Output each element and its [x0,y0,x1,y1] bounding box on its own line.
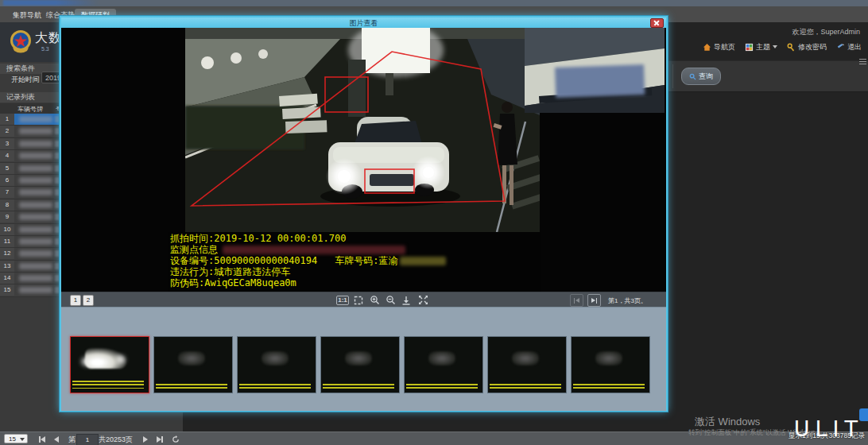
masked-plate-cell [19,238,52,245]
corner-shortcut-icon[interactable] [859,408,868,421]
masked-plate-cell [19,177,52,184]
violation-type-text: 违法行为:城市道路违法停车 [170,266,290,277]
vehicle-blob [595,351,622,366]
masked-plate-cell [19,153,52,159]
masked-plate-cell [19,226,52,233]
thumbnail[interactable] [237,336,316,393]
first-page-icon[interactable] [570,294,583,307]
last-page-icon[interactable] [587,294,601,307]
thumbnail[interactable] [320,336,400,393]
vehicle-blob [512,351,539,366]
thumbnail[interactable] [70,336,149,393]
masked-plate-cell [19,189,52,195]
thumbnail[interactable] [571,336,650,393]
row-number: 5 [0,163,14,174]
row-number: 6 [0,175,14,186]
blurred-license-plate [555,64,645,98]
fit-screen-icon[interactable] [352,294,365,306]
row-number: 13 [0,261,14,272]
theme-icon [745,43,754,52]
app-window: 集群导航 综合态势 数据研判 欢迎您，SuperAdmin 导航页 主题 修改密… [0,0,868,445]
last-page-icon[interactable] [154,435,165,443]
vehicle-blob [428,351,455,366]
nav-password-link[interactable]: 修改密码 [787,42,827,52]
thumbnail[interactable] [487,336,567,393]
masked-plate-cell [19,287,52,293]
roadside-kiosk [348,60,366,117]
masked-plate-cell [19,275,52,281]
zoom-in-icon[interactable] [368,294,381,306]
toolbar-divider [672,64,673,88]
row-number: 4 [0,150,14,161]
key-icon [787,43,796,52]
vehicle-blob [178,351,205,366]
row-number: 9 [0,211,14,222]
nav-theme-link[interactable]: 主题 [745,42,777,52]
masked-plate-cell [19,250,52,257]
chevron-down-icon [773,45,777,48]
image-group-2-button[interactable]: 2 [83,295,94,306]
window-title-fragment [3,0,99,6]
next-page-icon[interactable] [140,435,151,443]
column-plate-number: 车辆号牌 [17,105,43,114]
thumbnail-overlay-text [72,381,144,391]
monitor-point-text: 监测点信息 [170,244,405,255]
page-size-select[interactable]: 15 [4,434,28,443]
nav-password-label: 修改密码 [798,42,827,52]
home-icon [703,43,711,52]
photo-viewport: 抓拍时间:2019-10-12 00:00:01.700 监测点信息 设备编号:… [61,28,666,292]
masked-plate-cell [19,263,52,269]
browser-titlebar [0,0,868,6]
masked-plate [400,257,446,265]
vehicle-blob [262,351,289,366]
thumbnail-overlay-text [490,384,561,391]
search-icon [689,73,696,80]
masked-plate-cell [19,165,52,172]
row-number: 10 [0,224,14,235]
masked-location [223,246,405,254]
welcome-text: 欢迎您，SuperAdmin [792,27,860,37]
row-number: 14 [0,273,14,284]
plate-closeup-inset [525,28,665,113]
page-number-input[interactable] [76,434,99,445]
thumbnail[interactable] [153,336,233,393]
prev-page-icon[interactable] [51,435,62,443]
page-size-value: 15 [9,435,16,443]
row-number: 8 [0,199,14,211]
activate-windows-watermark: 激活 Windows [695,415,760,429]
close-icon[interactable] [650,18,664,28]
nav-home-link[interactable]: 导航页 [703,42,735,52]
thumbnail-overlay-text [323,384,394,391]
row-number: 2 [0,126,14,137]
device-plate-text: 设备编号:500900000000040194车牌号码:蓝渝 [170,255,446,266]
refresh-icon[interactable] [170,435,181,443]
image-group-1-button[interactable]: 1 [70,295,81,306]
row-number: 3 [0,138,14,149]
nav-home-label: 导航页 [714,42,735,52]
query-button[interactable]: 查询 [681,68,721,85]
image-viewer-dialog: 图片查看 [60,16,668,412]
nav-logout-link[interactable]: 退出 [836,42,862,52]
nav-logout-label: 退出 [847,42,862,52]
thumbnail-overlay-text [406,384,478,391]
actual-size-icon[interactable]: 1:1 [336,294,349,306]
masked-plate-cell [19,202,52,208]
download-icon[interactable] [400,294,413,306]
dialog-titlebar[interactable]: 图片查看 [61,17,666,28]
vehicle-blob [85,348,126,369]
zoom-out-icon[interactable] [384,294,397,306]
fullscreen-icon[interactable] [417,294,429,306]
masked-plate-cell [19,214,52,220]
row-number: 15 [0,284,14,296]
row-number: 7 [0,187,14,198]
viewer-toolbar: 1 2 1:1 第1，共3页。 [61,292,666,308]
thumbnail-overlay-text [239,384,311,391]
thumbnail[interactable] [404,336,483,393]
query-button-label: 查询 [699,72,713,82]
capture-info-band: 抓拍时间:2019-10-12 00:00:01.700 监测点信息 设备编号:… [168,232,541,292]
panel-toggle-icon[interactable] [859,57,866,65]
logout-pencil-icon [836,43,845,52]
masked-plate-cell [19,128,52,134]
first-page-icon[interactable] [37,435,48,443]
row-number: 12 [0,248,14,259]
